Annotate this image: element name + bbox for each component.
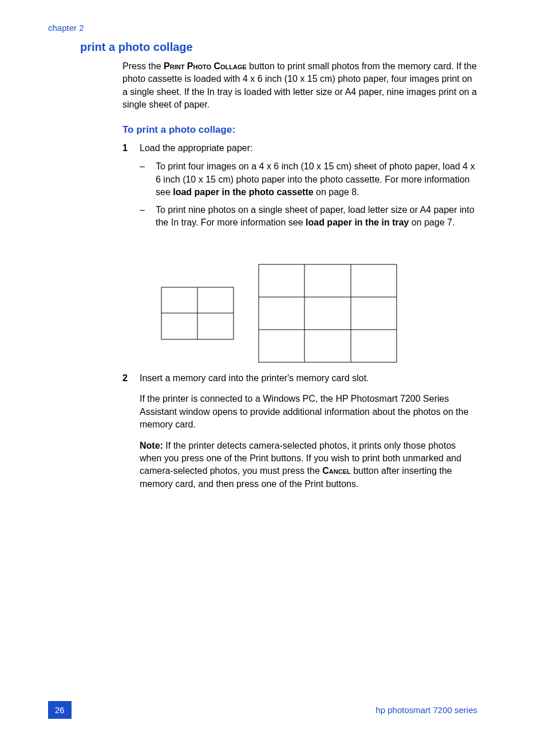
cancel-button-ref: Cancel bbox=[322, 466, 350, 476]
step-1-number: 1 bbox=[122, 142, 140, 155]
bullet-dash: – bbox=[140, 204, 156, 229]
page-number: 26 bbox=[48, 701, 72, 719]
section-heading: print a photo collage bbox=[80, 39, 193, 55]
spacer bbox=[122, 393, 140, 431]
bullet-1-text: To print four images on a 4 x 6 inch (10… bbox=[156, 160, 477, 199]
step-2: 2 Insert a memory card into the printer'… bbox=[122, 372, 477, 385]
footer-product: hp photosmart 7200 series bbox=[375, 704, 477, 716]
step-list-2: 2 Insert a memory card into the printer'… bbox=[122, 372, 477, 496]
step-1: 1 Load the appropriate paper: bbox=[122, 142, 477, 155]
procedure-subheading: To print a photo collage: bbox=[122, 123, 477, 137]
bullet1-post: on page 8. bbox=[314, 187, 359, 197]
step-2-note: Note: If the printer detects camera-sele… bbox=[122, 440, 477, 491]
intro-paragraph: Press the Print Photo Collage button to … bbox=[122, 60, 477, 112]
subheading-text: To print a photo collage: bbox=[122, 124, 235, 135]
chapter-label: chapter 2 bbox=[48, 22, 84, 34]
bullet2-post: on page 7. bbox=[409, 217, 455, 227]
print-photo-collage-button-ref: Print Photo Collage bbox=[164, 61, 247, 71]
step-1-bullet-1: – To print four images on a 4 x 6 inch (… bbox=[140, 160, 477, 199]
note-text: Note: If the printer detects camera-sele… bbox=[140, 440, 477, 491]
svg-rect-3 bbox=[259, 264, 397, 362]
bullet1-bold: load paper in the photo cassette bbox=[173, 187, 313, 197]
bullet-dash: – bbox=[140, 160, 156, 199]
note-label: Note: bbox=[140, 441, 163, 450]
step-1-bullet-2: – To print nine photos on a single sheet… bbox=[140, 204, 477, 229]
step-1-text: Load the appropriate paper: bbox=[140, 142, 477, 155]
step-list-1: 1 Load the appropriate paper: – To print… bbox=[122, 142, 477, 229]
collage-diagrams bbox=[160, 263, 398, 363]
bullet2-bold: load paper in the in tray bbox=[306, 217, 409, 227]
step-2-para2-text: If the printer is connected to a Windows… bbox=[140, 393, 477, 431]
four-up-grid-icon bbox=[160, 286, 235, 341]
page-footer: 26 hp photosmart 7200 series bbox=[48, 701, 477, 719]
step-2-text: Insert a memory card into the printer's … bbox=[140, 372, 477, 385]
step-2-number: 2 bbox=[122, 372, 140, 385]
nine-up-grid-icon bbox=[258, 263, 398, 363]
intro-pre: Press the bbox=[122, 61, 164, 71]
spacer bbox=[122, 440, 140, 491]
step-2-para2: If the printer is connected to a Windows… bbox=[122, 393, 477, 431]
bullet-2-text: To print nine photos on a single sheet o… bbox=[156, 204, 477, 229]
